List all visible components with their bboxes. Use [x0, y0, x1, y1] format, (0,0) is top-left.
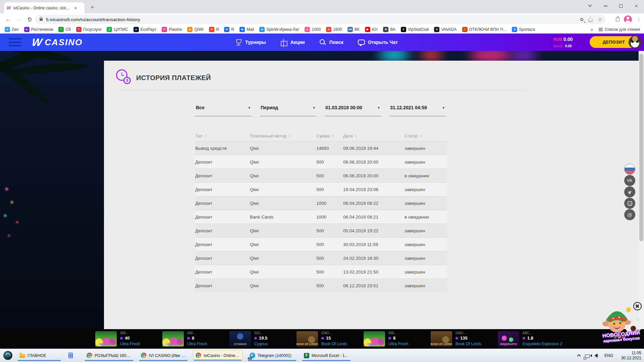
bookmark-item[interactable]: P Piastrix: [162, 27, 182, 32]
nav-item[interactable]: Поиск: [319, 38, 343, 46]
site-logo[interactable]: W CASINO: [32, 36, 83, 49]
coin-icon: [254, 337, 257, 340]
bookmark-item[interactable]: ▸ Ростелеком: [24, 27, 53, 32]
social-icon[interactable]: [624, 164, 635, 175]
page-scrollbar[interactable]: [639, 34, 644, 349]
minimize-button[interactable]: [598, 0, 613, 12]
site-header: W CASINO Турниры Акции Поиск Открыть Чат…: [0, 34, 644, 51]
bookmark-item[interactable]: VK ВК: [347, 27, 360, 32]
taskbar-app-label: Telegram (140002): [258, 353, 291, 358]
ticker-item[interactable]: Ultra Fresh 068... 8 Ultra Fresh: [364, 329, 431, 349]
bookmark-item[interactable]: e EcoPayz: [133, 27, 156, 32]
winner-username: 068...: [120, 331, 128, 335]
ticker-item[interactable]: BOOK OF LORDS GNO... 15 Book Of Lords: [297, 329, 364, 349]
promo-banner[interactable]: НОВОГОДНИЙ карнавал бонусов: [600, 306, 644, 349]
social-icon[interactable]: @: [624, 209, 635, 220]
table-column-header[interactable]: Дата: [343, 133, 357, 138]
social-icon[interactable]: [624, 198, 635, 209]
scrollbar-thumb[interactable]: [639, 54, 643, 241]
cell-status: завершен: [405, 242, 425, 247]
url-text[interactable]: 5.ivicasino9.com/ru/account/transaction-…: [46, 17, 140, 22]
site-favicon: W: [7, 5, 11, 10]
bookmark-item[interactable]: R R: [224, 27, 234, 32]
filter-select[interactable]: Период ▾: [260, 101, 316, 116]
bookmark-item[interactable]: ● 1000: [305, 27, 321, 32]
browser-profile-avatar[interactable]: [624, 15, 632, 23]
reading-list-button[interactable]: Список для чтения: [599, 27, 640, 32]
bookmark-item[interactable]: Q QIWI: [187, 27, 203, 32]
clock[interactable]: 11:05 30.12.2021: [618, 351, 641, 361]
browser-tab[interactable]: W iviCasino - Online casino, slots, lo ×: [4, 2, 85, 13]
bookmark-star-icon[interactable]: ☆: [598, 17, 602, 22]
bookmark-item[interactable]: ▶ Ют: [365, 27, 378, 32]
bookmark-item[interactable]: V VipSlotClub: [401, 27, 429, 32]
close-button[interactable]: ×: [629, 0, 644, 12]
taskbar-button[interactable]: iviCasino - Online c...: [193, 350, 243, 361]
bookmarks-overflow-icon[interactable]: »: [590, 27, 593, 32]
bookmark-item[interactable]: ✓ Сб: [58, 27, 71, 32]
filter-value: Период: [261, 105, 278, 110]
volume-icon[interactable]: [594, 354, 597, 357]
ticker-item[interactable]: Ultra Fresh 068... 8 Ultra Fresh: [162, 329, 229, 349]
bookmark-item[interactable]: 1 ЦУПИС: [107, 27, 128, 32]
bookmark-item[interactable]: В ВА: [383, 27, 395, 32]
social-icon[interactable]: VK: [624, 175, 635, 186]
bookmark-item[interactable]: Я Я: [209, 27, 219, 32]
bookmark-item[interactable]: S SpinW-Ирина-Лат: [259, 27, 299, 32]
bookmark-label: Я: [216, 27, 219, 32]
taskbar-button[interactable]: [66, 350, 79, 361]
new-tab-button[interactable]: +: [88, 3, 97, 12]
address-bar[interactable]: 5.ivicasino9.com/ru/account/transaction-…: [35, 15, 606, 24]
social-icon[interactable]: ▶: [624, 186, 635, 197]
nav-item[interactable]: Турниры: [235, 38, 266, 46]
zoom-icon[interactable]: [580, 18, 583, 21]
taskbar-button[interactable]: IVI CASINO (Иви ка...: [139, 350, 188, 361]
ticker-item[interactable]: CYGNUS 033... 19.5 Cygnus: [229, 329, 297, 349]
bookmark-item[interactable]: V VAVADA: [434, 27, 457, 32]
filter-select[interactable]: 31.12.2021 04:59 ▾: [389, 101, 446, 116]
nav-item[interactable]: Открыть Чат: [358, 38, 398, 46]
ticker-item[interactable]: BOOK OF LORDS GNO... 135 Book Of Lords: [431, 329, 498, 349]
bookmark-favicon: Я: [209, 27, 214, 32]
table-column-header[interactable]: Статус: [405, 133, 422, 138]
taskbar-button[interactable]: ГЛАВНОЕ: [17, 350, 61, 361]
filter-select[interactable]: Все ▾: [195, 101, 252, 116]
reload-icon[interactable]: [28, 17, 32, 21]
share-icon[interactable]: [589, 19, 592, 22]
extensions-icon[interactable]: [616, 18, 620, 21]
nav-item[interactable]: Акции: [280, 38, 305, 46]
bookmark-label: SpinW-Ирина-Лат: [266, 27, 299, 32]
bookmark-item[interactable]: ! ОТКЛЮЧИ ВПН !!!...: [462, 27, 507, 32]
bookmark-item[interactable]: S Sportaza: [512, 27, 535, 32]
chevron-down-icon: ▾: [313, 106, 315, 110]
bookmark-item[interactable]: Г Госуслуги: [76, 27, 101, 32]
bookmark-item[interactable]: V Zen: [5, 27, 19, 32]
tab-search-icon[interactable]: [582, 0, 598, 12]
taskbar-button[interactable]: 02 Telegram (140002): [247, 350, 297, 361]
network-icon[interactable]: [585, 355, 590, 358]
taskbar-button[interactable]: Microsoft Excel - 1...: [302, 350, 351, 361]
tab-close-icon[interactable]: ×: [74, 6, 77, 10]
user-avatar[interactable]: [629, 36, 641, 49]
lock-icon[interactable]: [40, 18, 43, 21]
table-column-header[interactable]: Платежный метод: [250, 133, 290, 138]
ticker-item[interactable]: ESQUELETO ABC... 1.8 Esqueleto Explosivo…: [498, 329, 565, 349]
browser-menu-icon[interactable]: ⋮: [636, 16, 641, 22]
maximize-button[interactable]: [613, 0, 629, 12]
start-button[interactable]: [3, 351, 12, 360]
cell-status: завершен: [405, 269, 425, 275]
ticker-item[interactable]: Ultra Fresh 068... 40 Ultra Fresh: [95, 329, 162, 349]
filter-select[interactable]: 01.03.2018 00:00 ▾: [325, 101, 381, 116]
forward-icon[interactable]: →: [16, 16, 22, 23]
taskbar-app-icon: [87, 353, 92, 358]
tray-expand-icon[interactable]: [577, 354, 581, 358]
table-column-header[interactable]: Сумма: [316, 133, 334, 138]
keyboard-language[interactable]: ENG: [604, 353, 613, 358]
back-icon[interactable]: ←: [5, 16, 11, 23]
table-column-header[interactable]: Тип: [195, 133, 207, 138]
menu-hamburger-icon[interactable]: [9, 38, 21, 47]
bookmark-item[interactable]: M Mail: [239, 27, 254, 32]
bookmark-label: EcoPayz: [141, 27, 156, 32]
taskbar-button[interactable]: РОЗЫГРЫШ 1600 Р...: [84, 350, 134, 361]
bookmark-item[interactable]: ● 1600: [326, 27, 342, 32]
